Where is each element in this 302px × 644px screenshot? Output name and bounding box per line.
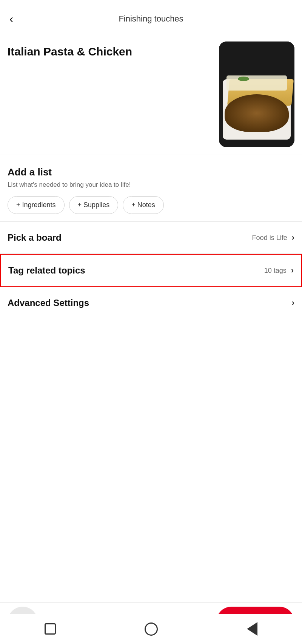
pick-a-board-chevron-icon: › <box>292 233 294 243</box>
back-button[interactable]: ‹ <box>8 11 15 26</box>
android-nav-bar <box>0 614 302 644</box>
recipe-section: Italian Pasta & Chicken <box>0 34 302 155</box>
settings-rows: Pick a board Food is Life › Tag related … <box>0 222 302 319</box>
advanced-settings-label: Advanced Settings <box>8 298 287 308</box>
pick-a-board-value: Food is Life <box>252 234 287 242</box>
tag-related-topics-label: Tag related topics <box>8 265 264 276</box>
android-back-button[interactable] <box>247 622 257 636</box>
recipe-image <box>219 41 294 147</box>
tag-related-topics-value: 10 tags <box>264 267 287 275</box>
tag-related-topics-chevron-icon: › <box>291 266 294 275</box>
recipe-title: Italian Pasta & Chicken <box>8 41 219 58</box>
tag-related-topics-row[interactable]: Tag related topics 10 tags › <box>0 254 302 287</box>
pick-a-board-row[interactable]: Pick a board Food is Life › <box>0 222 302 254</box>
page-title: Finishing touches <box>119 14 183 24</box>
add-list-section: Add a list List what's needed to bring y… <box>0 155 302 222</box>
android-home-button[interactable] <box>145 622 158 636</box>
add-list-subtext: List what's needed to bring your idea to… <box>8 181 294 189</box>
advanced-settings-row[interactable]: Advanced Settings › <box>0 287 302 319</box>
android-recents-button[interactable] <box>45 623 56 635</box>
header: ‹ Finishing touches <box>0 0 302 34</box>
add-list-heading: Add a list <box>8 166 294 178</box>
notes-button[interactable]: + Notes <box>123 196 164 214</box>
supplies-button[interactable]: + Supplies <box>69 196 119 214</box>
pick-a-board-label: Pick a board <box>8 232 252 243</box>
ingredients-button[interactable]: + Ingredients <box>8 196 65 214</box>
advanced-settings-chevron-icon: › <box>292 298 294 308</box>
tag-buttons-row: + Ingredients + Supplies + Notes <box>8 196 294 214</box>
